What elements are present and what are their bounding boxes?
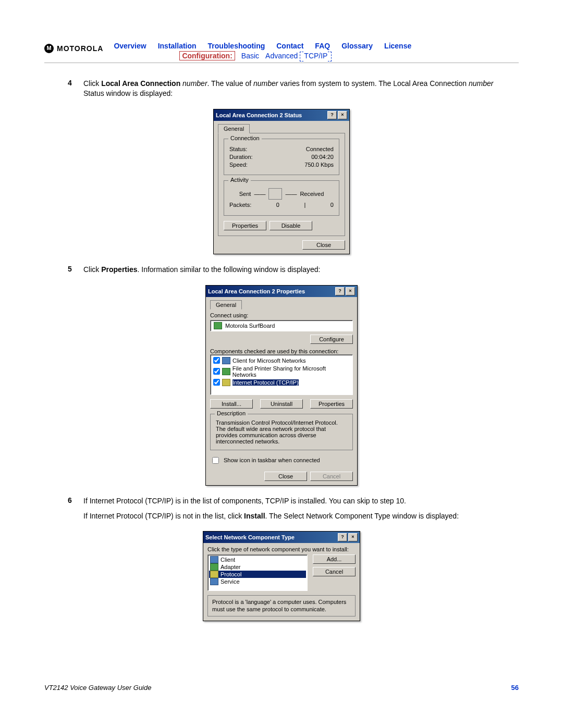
properties-button[interactable]: Properties <box>224 221 266 230</box>
help-icon[interactable]: ? <box>327 111 337 119</box>
props-close-button[interactable]: Close <box>264 472 307 481</box>
status-titlebar: Local Area Connection 2 Status ? × <box>214 109 349 121</box>
duration-label: Duration: <box>229 154 253 160</box>
close-button[interactable]: Close <box>302 240 345 250</box>
packets-recv: 0 <box>331 202 334 208</box>
step-4: 4 Click Local Area Connection number. Th… <box>68 79 495 104</box>
connect-using-label: Connect using: <box>210 312 353 318</box>
disable-button[interactable]: Disable <box>270 221 312 230</box>
step-6-p2: If Internet Protocol (TCP/IP) is not in … <box>83 511 495 521</box>
step-6-p1: If Internet Protocol (TCP/IP) is in the … <box>83 496 495 506</box>
subnav-advanced[interactable]: Advanced <box>265 52 298 60</box>
status-title: Local Area Connection 2 Status <box>216 112 302 118</box>
show-icon-label: Show icon in taskbar when connected <box>224 457 320 463</box>
nav-glossary[interactable]: Glossary <box>341 42 373 50</box>
brand-text: MOTOROLA <box>57 44 103 53</box>
type-prompt: Click the type of network component you … <box>207 546 356 552</box>
subnav-basic[interactable]: Basic <box>241 52 259 60</box>
status-label: Status: <box>229 146 247 152</box>
nav-overview[interactable]: Overview <box>114 42 146 50</box>
type-window: Select Network Component Type ? × Click … <box>203 531 360 621</box>
adapter-icon <box>214 322 222 329</box>
close-icon[interactable]: × <box>348 533 358 541</box>
page-footer: VT2142 Voice Gateway User Guide 56 <box>0 684 563 692</box>
sub-nav: Configuration: Basic Advanced TCP/IP <box>179 51 411 60</box>
props-cancel-button[interactable]: Cancel <box>310 472 353 481</box>
service-icon <box>210 578 218 585</box>
page-header: MOTOROLA Overview Installation Troublesh… <box>44 42 519 63</box>
connection-group: Connection Status:Connected Duration:00:… <box>224 139 339 175</box>
type-cancel-button[interactable]: Cancel <box>313 567 356 576</box>
nav-installation[interactable]: Installation <box>158 42 197 50</box>
activity-icon <box>268 188 282 200</box>
protocol-icon <box>210 571 218 578</box>
step-5-number: 5 <box>68 265 83 280</box>
uninstall-button[interactable]: Uninstall <box>260 399 303 409</box>
comp-check[interactable] <box>213 357 220 364</box>
step-4-number: 4 <box>68 79 83 104</box>
adapter-name: Motorola SurfBoard <box>225 323 275 329</box>
nav-troubleshooting[interactable]: Troubleshooting <box>208 42 265 50</box>
show-icon-checkbox[interactable] <box>212 457 219 464</box>
status-value: Connected <box>306 146 334 152</box>
close-icon[interactable]: × <box>338 111 347 119</box>
primary-nav: Overview Installation Troubleshooting Co… <box>114 42 411 50</box>
add-button[interactable]: Add... <box>313 554 356 564</box>
adapter-icon <box>210 563 218 571</box>
protocol-icon <box>222 379 230 386</box>
components-label: Components checked are used by this conn… <box>210 348 353 354</box>
speed-value: 750.0 Kbps <box>304 162 334 168</box>
footer-title: VT2142 Voice Gateway User Guide <box>44 684 151 692</box>
type-list[interactable]: Client Adapter Protocol Service <box>207 554 308 591</box>
description-text: Transmission Control Protocol/Internet P… <box>216 419 347 445</box>
step-5-text: Click Properties. Information similar to… <box>83 265 495 275</box>
components-list[interactable]: Client for Microsoft Networks File and P… <box>210 354 353 395</box>
page-number: 56 <box>511 684 519 692</box>
share-icon <box>222 368 230 375</box>
activity-group: Activity Sent —— —— Received Pac <box>224 180 339 216</box>
subnav-tcpip[interactable]: TCP/IP <box>304 52 327 60</box>
type-title: Select Network Component Type <box>205 534 295 540</box>
nav-faq[interactable]: FAQ <box>315 42 330 50</box>
props-tab-general[interactable]: General <box>210 300 242 310</box>
props-properties-button[interactable]: Properties <box>310 399 353 409</box>
duration-value: 00:04:20 <box>311 154 334 160</box>
status-tab-general[interactable]: General <box>218 124 250 133</box>
client-icon <box>222 357 230 364</box>
comp-check[interactable] <box>213 379 220 386</box>
client-icon <box>210 556 218 563</box>
speed-label: Speed: <box>229 162 248 168</box>
sent-label: Sent <box>239 191 251 197</box>
status-window: Local Area Connection 2 Status ? × Gener… <box>213 109 350 254</box>
logo: MOTOROLA <box>44 44 103 53</box>
step-5: 5 Click Properties. Information similar … <box>68 265 495 280</box>
help-icon[interactable]: ? <box>335 287 345 295</box>
motorola-logo-icon <box>44 44 54 53</box>
nav-contact[interactable]: Contact <box>276 42 303 50</box>
props-title: Local Area Connection 2 Properties <box>208 288 305 294</box>
nav-license[interactable]: License <box>384 42 411 50</box>
packets-sent: 0 <box>276 202 279 208</box>
type-description: Protocol is a 'language' a computer uses… <box>207 595 356 616</box>
help-icon[interactable]: ? <box>338 533 347 541</box>
description-group: Description Transmission Control Protoco… <box>210 414 353 450</box>
comp-check[interactable] <box>213 368 220 375</box>
close-icon[interactable]: × <box>346 287 355 295</box>
packets-label: Packets: <box>229 202 251 208</box>
step-4-text: Click Local Area Connection number. The … <box>83 79 495 98</box>
properties-window: Local Area Connection 2 Properties ? × G… <box>205 285 358 486</box>
step-6-number: 6 <box>68 496 83 526</box>
step-6: 6 If Internet Protocol (TCP/IP) is in th… <box>68 496 495 526</box>
subnav-label: Configuration: <box>179 51 235 60</box>
received-label: Received <box>300 191 324 197</box>
install-button[interactable]: Install... <box>210 399 253 409</box>
configure-button[interactable]: Configure <box>310 335 353 344</box>
